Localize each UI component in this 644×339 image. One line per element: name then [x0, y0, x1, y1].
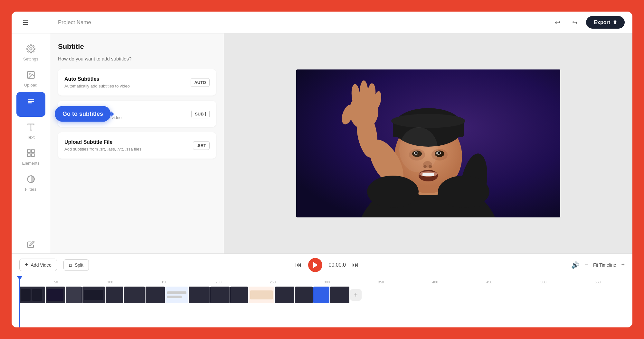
track-thumb-12[interactable]	[249, 287, 274, 303]
svg-point-43	[367, 176, 419, 208]
svg-rect-47	[21, 289, 31, 301]
right-controls: 🔊 − Fit Timeline +	[571, 261, 625, 269]
sidebar-item-edit[interactable]	[16, 235, 45, 253]
svg-point-45	[399, 127, 438, 172]
playback-controls: ⏮ 00:00:0 ⏭	[95, 258, 558, 272]
ruler-mark-350: 350	[354, 280, 408, 284]
sidebar-item-upload[interactable]: Upload	[16, 66, 45, 91]
play-icon	[313, 262, 318, 268]
track-thumb-7[interactable]	[146, 287, 165, 303]
sidebar-item-subtitles-label: Subtitles	[22, 109, 40, 114]
redo-icon: ↪	[572, 19, 578, 26]
export-button[interactable]: Export ⬆	[586, 16, 625, 29]
svg-rect-50	[47, 289, 63, 301]
svg-point-0	[30, 48, 32, 50]
subtitles-icon	[25, 95, 37, 107]
hamburger-icon: ☰	[23, 19, 28, 26]
svg-rect-59	[167, 296, 182, 298]
zoom-out-button[interactable]: −	[584, 261, 588, 268]
timeline-ruler: 50 100 150 200 250 300 350 400 450 500 5…	[19, 276, 625, 285]
export-label: Export	[594, 20, 610, 25]
svg-rect-33	[422, 173, 434, 176]
track-thumb-8[interactable]	[166, 287, 188, 303]
track-thumb-10[interactable]	[210, 287, 230, 303]
track-thumb-16[interactable]	[330, 287, 349, 303]
split-icon: ⧈	[69, 262, 72, 268]
undo-button[interactable]: ↩	[551, 16, 564, 29]
track-thumb-5[interactable]	[106, 287, 123, 303]
auto-subtitles-description: Automatically add subtitles to video	[64, 84, 130, 88]
auto-subtitles-card[interactable]: Auto Subtitles Automatically add subtitl…	[58, 69, 216, 96]
sidebar-item-text[interactable]: Text	[16, 118, 45, 143]
track-thumb-6[interactable]	[124, 287, 145, 303]
svg-rect-55	[124, 287, 145, 303]
svg-rect-60	[189, 287, 210, 303]
track-thumb-4[interactable]	[82, 287, 105, 303]
upload-icon	[25, 69, 37, 81]
sidebar-item-filters-label: Filters	[25, 187, 36, 192]
sidebar-item-settings-label: Settings	[23, 57, 38, 61]
panel-subtitle: How do you want to add subtitles?	[58, 56, 216, 61]
settings-icon	[25, 43, 37, 55]
svg-rect-64	[250, 290, 273, 299]
menu-button[interactable]: ☰	[19, 16, 32, 29]
cursor-icon: |	[205, 112, 206, 116]
plus-icon: +	[25, 261, 28, 268]
edit-icon	[25, 239, 37, 250]
video-frame	[296, 69, 560, 217]
sidebar-item-subtitles[interactable]: Subtitles	[16, 92, 45, 117]
manual-subtitles-card[interactable]: Go to subtitles Manual Subtitles Manuall…	[58, 101, 216, 127]
redo-button[interactable]: ↪	[569, 16, 581, 29]
video-preview	[296, 69, 560, 217]
auto-subtitles-badge[interactable]: AUTO	[191, 78, 210, 87]
track-thumb-11[interactable]	[230, 287, 248, 303]
track-thumb-14[interactable]	[295, 287, 313, 303]
top-bar-right: ↩ ↪ Export ⬆	[551, 16, 625, 29]
video-area	[224, 33, 632, 253]
fast-forward-button[interactable]: ⏭	[352, 261, 359, 269]
upload-subtitle-badge[interactable]: .SRT	[193, 141, 210, 150]
ruler-mark-50: 50	[29, 280, 83, 284]
svg-point-2	[29, 73, 30, 74]
svg-rect-65	[275, 287, 294, 303]
sidebar-item-filters[interactable]: Filters	[16, 170, 45, 195]
track-thumb-15[interactable]	[313, 287, 329, 303]
add-track-button[interactable]: +	[350, 289, 362, 301]
track-thumb-1[interactable]	[19, 287, 45, 303]
svg-rect-54	[106, 287, 123, 303]
time-display: 00:00:0	[329, 262, 346, 268]
track-thumb-9[interactable]	[189, 287, 210, 303]
upload-subtitle-card[interactable]: Upload Subtitle File Add subtitles from …	[58, 132, 216, 159]
split-button[interactable]: ⧈ Split	[63, 259, 89, 271]
panel-title: Subtitle	[58, 42, 216, 51]
goto-subtitles-tooltip[interactable]: Go to subtitles	[55, 106, 111, 122]
timeline-area[interactable]: 50 100 150 200 250 300 350 400 450 500 5…	[12, 276, 632, 327]
manual-subtitles-badge[interactable]: SUB |	[191, 110, 210, 118]
ruler-mark-550: 550	[571, 280, 625, 284]
export-icon: ⬆	[613, 19, 617, 25]
svg-rect-11	[32, 154, 34, 156]
zoom-in-button[interactable]: +	[621, 261, 625, 268]
svg-point-39	[360, 80, 368, 105]
add-video-label: Add Video	[31, 262, 52, 268]
play-button[interactable]	[308, 258, 322, 272]
subtitle-panel: Subtitle How do you want to add subtitle…	[50, 33, 224, 253]
track-thumb-13[interactable]	[275, 287, 294, 303]
svg-point-44	[438, 176, 489, 208]
controls-bar: + Add Video ⧈ Split ⏮ 00:00:0 ⏭ 🔊 − Fit …	[12, 254, 632, 276]
split-label: Split	[75, 262, 83, 268]
svg-rect-61	[210, 287, 230, 303]
track-thumb-3[interactable]	[66, 287, 82, 303]
volume-icon[interactable]: 🔊	[571, 261, 579, 269]
undo-icon: ↩	[555, 19, 560, 26]
svg-rect-58	[167, 291, 186, 294]
add-video-button[interactable]: + Add Video	[19, 259, 57, 271]
timeline-track: +	[19, 285, 625, 305]
sidebar-item-settings[interactable]: Settings	[16, 40, 45, 65]
track-thumb-2[interactable]	[46, 287, 65, 303]
rewind-button[interactable]: ⏮	[295, 261, 302, 269]
ruler-mark-500: 500	[516, 280, 571, 284]
sidebar-item-elements-label: Elements	[22, 161, 39, 166]
sidebar-item-elements[interactable]: Elements	[16, 144, 45, 169]
svg-rect-51	[66, 287, 82, 303]
